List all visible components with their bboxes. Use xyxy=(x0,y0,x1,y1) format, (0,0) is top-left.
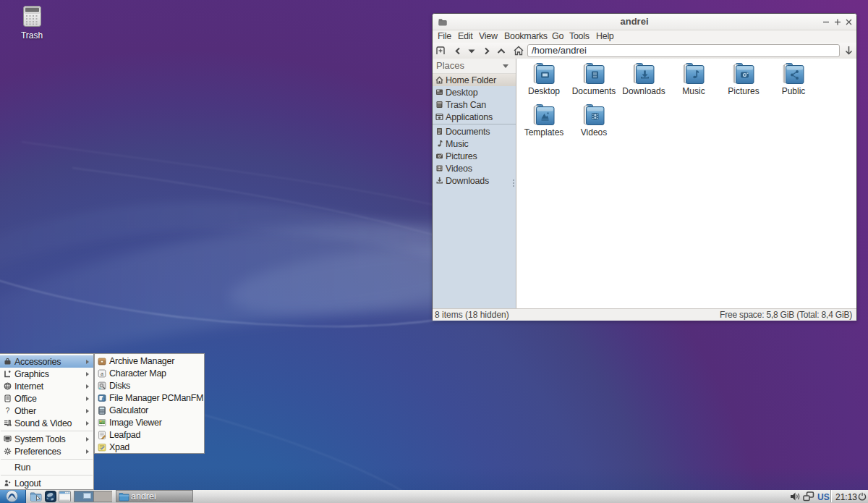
svg-text:a: a xyxy=(101,370,103,377)
svg-text:?: ? xyxy=(6,407,10,415)
